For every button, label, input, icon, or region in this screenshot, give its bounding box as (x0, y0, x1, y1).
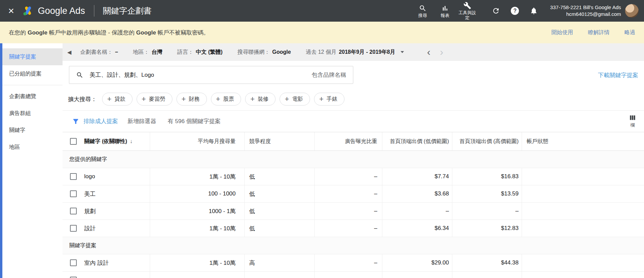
main-content: ◀ 企劃書名稱： – 地區： 台灣 語言： 中文 (繁體) 搜尋聯播網： Goo… (63, 43, 644, 278)
keyword-search-input[interactable]: 美工、設計、規劃、Logo 包含品牌名稱 (69, 66, 353, 84)
row-checkbox[interactable] (70, 208, 77, 214)
notifications-button[interactable] (529, 6, 538, 15)
table-row (63, 272, 644, 278)
sidebar-item-locations[interactable]: 地區 (2, 139, 63, 156)
notification-banner: 在您的 Google 帳戶中啟用兩步驟驗證 - 保護您的 Google 帳戶不被… (0, 22, 644, 43)
search-icon (76, 71, 84, 79)
close-button[interactable]: × (0, 0, 22, 22)
impression-share-cell: – (314, 254, 382, 271)
broaden-chip[interactable]: +股票 (211, 93, 241, 106)
reports-tool-button[interactable]: 報表 (434, 4, 456, 18)
columns-label: 欄 (630, 122, 635, 128)
low-bid-cell: – (382, 203, 452, 219)
impression-share-cell: – (314, 220, 382, 237)
next-period-button[interactable]: › (435, 47, 448, 57)
banner-get-started-link[interactable]: 開始使用 (551, 29, 573, 36)
avatar[interactable] (625, 4, 639, 18)
banner-text-bold: Google (136, 29, 156, 36)
high-bid-cell: $12.83 (452, 220, 522, 237)
prev-period-button[interactable]: ‹ (422, 47, 435, 57)
competition-column-header[interactable]: 競爭程度 (244, 132, 314, 150)
keyword-text: 設計 (84, 225, 96, 232)
banner-text-bold: Google (28, 29, 48, 36)
location-setting[interactable]: 地區： 台灣 (133, 49, 162, 56)
row-checkbox[interactable] (70, 225, 77, 232)
account-status-cell (522, 272, 644, 278)
language-setting[interactable]: 語言： 中文 (繁體) (177, 49, 222, 56)
plan-name-setting[interactable]: 企劃書名稱： – (80, 49, 118, 56)
banner-skip-link[interactable]: 略過 (624, 29, 635, 36)
search-tool-button[interactable]: 搜尋 (411, 4, 434, 18)
chip-label: 貸款 (115, 96, 125, 103)
competition-cell: 高 (244, 254, 314, 271)
broaden-chip[interactable]: +財務 (176, 93, 207, 106)
high-bid-cell: $44.38 (452, 254, 522, 271)
banner-actions: 開始使用 瞭解詳情 略過 (551, 29, 635, 36)
google-ads-home[interactable]: Google Ads (22, 6, 85, 16)
impression-share-column-header[interactable]: 廣告曝光比重 (314, 132, 382, 150)
keyword-column-header[interactable]: 關鍵字 (依關聯性) ↓ (63, 132, 150, 150)
sidebar-item-ad-groups[interactable]: 廣告群組 (2, 105, 63, 122)
volume-column-header[interactable]: 平均每月搜尋量 (150, 132, 244, 150)
table-section-title: 關鍵字提案 (63, 237, 644, 254)
sidebar-item-keyword-ideas[interactable]: 關鍵字提案 (2, 48, 63, 65)
help-icon: ? (511, 7, 519, 15)
refresh-button[interactable] (492, 6, 500, 15)
broaden-chip[interactable]: +手錶 (314, 93, 344, 106)
banner-message: 在您的 Google 帳戶中啟用兩步驟驗證 - 保護您的 Google 帳戶不被… (9, 29, 209, 37)
sort-desc-icon: ↓ (130, 138, 133, 144)
help-button[interactable]: ? (510, 6, 519, 15)
plus-icon: + (250, 95, 255, 103)
table-row: 美工100 - 1000低–$3.68$13.59 (63, 185, 644, 203)
keyword-cell: 室內 設計 (63, 254, 150, 271)
google-ads-logo-icon (22, 6, 34, 16)
row-checkbox[interactable] (70, 259, 77, 266)
download-keyword-ideas-link[interactable]: 下載關鍵字提案 (598, 71, 638, 79)
add-filter-link[interactable]: 新增篩選器 (127, 117, 156, 125)
search-tool-label: 搜尋 (418, 13, 427, 18)
table-row: 規劃1000 - 1萬低––– (63, 203, 644, 220)
plus-icon: + (319, 95, 324, 103)
competition-cell: 低 (244, 168, 314, 185)
refresh-icon (492, 7, 500, 15)
row-checkbox[interactable] (70, 277, 77, 278)
broaden-chips: +貸款+麥當勞+財務+股票+裝修+電影+手錶 (102, 93, 349, 106)
chip-label: 麥當勞 (149, 96, 165, 103)
broaden-chip[interactable]: +麥當勞 (137, 93, 172, 106)
row-checkbox[interactable] (70, 173, 77, 180)
network-setting[interactable]: 搜尋聯播網： Google (237, 49, 291, 56)
tools-settings-button[interactable]: 工具與設定 (456, 1, 478, 21)
keyword-table-body: 您提供的關鍵字logo1萬 - 10萬低–$7.74$16.83美工100 - … (63, 151, 644, 278)
chip-label: 裝修 (258, 96, 268, 103)
account-status-column-header[interactable]: 帳戶狀態 (522, 132, 644, 150)
select-all-checkbox[interactable] (70, 138, 77, 145)
banner-learn-more-link[interactable]: 瞭解詳情 (588, 29, 610, 36)
collapse-panel-icon[interactable]: ◀ (67, 49, 71, 55)
broaden-search-row: 擴大搜尋： +貸款+麥當勞+財務+股票+裝修+電影+手錶 (68, 93, 644, 106)
keyword-header-label: 關鍵字 (依關聯性) (84, 138, 127, 145)
broaden-chip[interactable]: +裝修 (245, 93, 276, 106)
sidebar-item-keywords[interactable]: 關鍵字 (2, 122, 63, 139)
low-bid-column-header[interactable]: 首頁頂端出價 (低價範圍) (382, 132, 452, 150)
broaden-chip[interactable]: +貸款 (102, 93, 133, 106)
sidebar-item-plan-overview[interactable]: 企劃書總覽 (2, 88, 63, 105)
competition-cell (244, 272, 314, 278)
broaden-chip[interactable]: +電影 (280, 93, 310, 106)
keyword-text: 規劃 (84, 207, 96, 215)
table-row: 室內 設計1萬 - 10萬高–$29.00$44.38 (63, 254, 644, 272)
filter-funnel-icon (72, 118, 79, 125)
high-bid-cell (452, 272, 522, 278)
language-label: 語言： (177, 49, 193, 56)
exclude-adult-ideas-link[interactable]: 排除成人提案 (84, 117, 118, 125)
sidebar-item-grouped-ideas[interactable]: 已分組的提案 (2, 65, 63, 82)
plus-icon: + (107, 95, 112, 103)
date-range-selector[interactable]: 過去 12 個月 2018年9月 - 2019年8月 (306, 49, 404, 56)
impression-share-cell: – (314, 203, 382, 219)
page-title: 關鍵字企劃書 (103, 5, 152, 16)
account-info[interactable]: 337-758-2221 Bill's Google Ads hcm640125… (550, 4, 621, 18)
plus-icon: + (142, 95, 146, 103)
high-bid-column-header[interactable]: 首頁頂端出價 (高價範圍) (452, 132, 522, 150)
row-checkbox[interactable] (70, 190, 77, 197)
columns-button[interactable]: 欄 (629, 114, 636, 128)
search-query-text: 美工、設計、規劃、Logo (90, 71, 154, 79)
